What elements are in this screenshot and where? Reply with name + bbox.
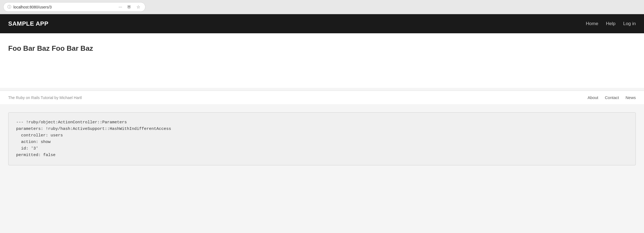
navbar-links: Home Help Log in [586,21,636,26]
footer-news-link[interactable]: News [625,95,636,100]
brand-link[interactable]: SAMPLE APP [8,20,48,27]
more-button[interactable]: ··· [118,4,123,10]
footer-links: About Contact News [588,95,636,100]
page-title: Foo Bar Baz Foo Bar Baz [8,44,636,53]
info-icon: ⓘ [7,5,11,10]
footer-text: The Ruby on Rails Tutorial by Michael Ha… [8,95,82,100]
footer-about-link[interactable]: About [588,95,598,100]
browser-toolbar: ··· ⛨ ☆ [118,4,141,10]
address-bar[interactable]: ⓘ localhost:8080/users/3 ··· ⛨ ☆ [3,2,145,12]
pocket-button[interactable]: ⛨ [126,4,133,10]
navbar: SAMPLE APP Home Help Log in [0,14,644,33]
browser-chrome: ⓘ localhost:8080/users/3 ··· ⛨ ☆ [0,0,644,14]
bookmark-button[interactable]: ☆ [135,4,141,10]
main-content: Foo Bar Baz Foo Bar Baz [0,33,644,88]
nav-home-link[interactable]: Home [586,21,598,26]
debug-content: --- !ruby/object:ActionController::Param… [16,119,628,159]
nav-login-link[interactable]: Log in [623,21,636,26]
footer-contact-link[interactable]: Contact [605,95,619,100]
footer: The Ruby on Rails Tutorial by Michael Ha… [0,91,644,104]
debug-box: --- !ruby/object:ActionController::Param… [8,112,636,165]
url-text: localhost:8080/users/3 [13,5,113,9]
nav-help-link[interactable]: Help [606,21,616,26]
